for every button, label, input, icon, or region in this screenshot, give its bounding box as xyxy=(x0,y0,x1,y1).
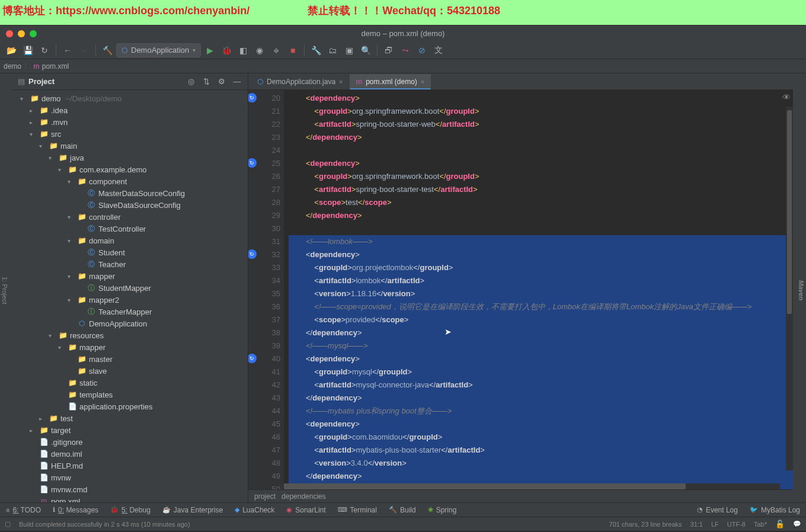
debug-tool[interactable]: 🐞5: Debug xyxy=(104,503,156,517)
tab-pomxml[interactable]: m pom.xml (demo)× xyxy=(350,74,431,89)
vertical-scrollbar[interactable] xyxy=(786,107,793,470)
tree-item[interactable]: ⒸTeacher xyxy=(14,258,248,270)
horizontal-scrollbar[interactable] xyxy=(284,483,780,489)
mybatis-log-tool[interactable]: 🐦MyBatis Log xyxy=(744,503,806,517)
crumb-project[interactable]: demo xyxy=(4,62,21,70)
tree-item[interactable]: ⒸTestController xyxy=(14,223,248,235)
close-icon[interactable]: × xyxy=(421,78,424,85)
tree-item[interactable]: 📄.gitignore xyxy=(14,436,248,448)
tree-item[interactable]: ▾📁com.example.demo xyxy=(14,164,248,175)
tree-item[interactable]: ▾📁component xyxy=(14,175,248,187)
tree-item[interactable]: ▾📁mapper xyxy=(14,270,248,282)
project-tab[interactable]: 1: Project xyxy=(0,78,9,502)
tree-item[interactable]: ⒸStudent xyxy=(14,246,248,258)
save-icon[interactable]: 💾 xyxy=(20,43,36,57)
event-log-tool[interactable]: ◔Event Log xyxy=(691,503,744,517)
stop-icon[interactable]: ■ xyxy=(285,43,300,57)
maximize-window-icon[interactable] xyxy=(30,30,37,37)
wrench-icon[interactable]: 🔧 xyxy=(308,43,324,57)
luacheck-tool[interactable]: ◆LuaCheck xyxy=(229,503,280,517)
tree-item[interactable]: ▾📁demo~/Desktop/demo xyxy=(14,92,248,104)
build-tool[interactable]: 🔨Build xyxy=(383,503,422,517)
main-toolbar: 📂 💾 ↻ ← → 🔨 ⬡ DemoApplication ▾ ▶ 🐞 ◧ ◉ … xyxy=(0,41,806,59)
debug-icon[interactable]: 🐞 xyxy=(219,43,234,57)
tree-item[interactable]: ▸📁test xyxy=(14,412,248,424)
open-file-icon[interactable]: 📂 xyxy=(4,43,19,57)
tab-demoapplication[interactable]: ⬡ DemoApplication.java× xyxy=(251,74,350,89)
crumb-file[interactable]: pom.xml xyxy=(42,62,69,70)
encoding[interactable]: UTF-8 xyxy=(727,521,746,528)
target-icon[interactable]: ◎ xyxy=(185,77,197,86)
tree-item[interactable]: 📄HELP.md xyxy=(14,460,248,472)
sonarlint-tool[interactable]: ◉SonarLint xyxy=(280,503,331,517)
tree-item[interactable]: 📁slave xyxy=(14,365,248,377)
tree-item[interactable]: mpom.xml xyxy=(14,495,248,502)
inspection-icon[interactable]: 👁 xyxy=(782,92,791,102)
forward-icon[interactable]: → xyxy=(76,43,92,57)
tree-item[interactable]: 📄demo.iml xyxy=(14,448,248,460)
hide-icon[interactable]: — xyxy=(231,77,243,86)
tree-item[interactable]: ▾📁mapper xyxy=(14,341,248,353)
messages-tool[interactable]: ℹ0: Messages xyxy=(47,503,104,517)
tree-item[interactable]: ⒾTeacherMapper xyxy=(14,306,248,318)
close-window-icon[interactable] xyxy=(6,30,13,37)
reload-icon[interactable]: ↻ xyxy=(37,43,52,57)
coverage-icon[interactable]: ◧ xyxy=(235,43,251,57)
todo-tool[interactable]: ≡6: TODO xyxy=(0,503,47,517)
build-icon[interactable]: 🔨 xyxy=(100,43,115,57)
tree-item[interactable]: 📁static xyxy=(14,377,248,389)
minimize-window-icon[interactable] xyxy=(18,30,25,37)
crumb-project[interactable]: project xyxy=(254,492,276,501)
tree-item[interactable]: 📁templates xyxy=(14,389,248,400)
tree-item[interactable]: ▾📁main xyxy=(14,140,248,152)
tree-item[interactable]: ▾📁resources xyxy=(14,329,248,341)
terminal-tool[interactable]: ⌨Terminal xyxy=(332,503,383,517)
indent[interactable]: Tab* xyxy=(754,521,767,528)
tree-item[interactable]: ⬡DemoApplication xyxy=(14,318,248,329)
chart-icon[interactable]: ⤳ xyxy=(398,43,413,57)
code-editor[interactable]: <dependency> <groupId>org.springframewor… xyxy=(284,90,793,489)
lock-icon[interactable]: 🔓 xyxy=(775,520,785,528)
tree-item[interactable]: ▾📁mapper2 xyxy=(14,294,248,306)
back-icon[interactable]: ← xyxy=(60,43,75,57)
tree-item[interactable]: ▾📁controller xyxy=(14,211,248,223)
tree-item[interactable]: ⒸSlaveDataSourceConfig xyxy=(14,199,248,211)
run-config-selector[interactable]: ⬡ DemoApplication ▾ xyxy=(116,43,201,57)
tree-item[interactable]: 📄application.properties xyxy=(14,400,248,412)
tree-item[interactable]: ⒸMasterDataSourceConfig xyxy=(14,187,248,199)
translate-icon[interactable]: 文 xyxy=(431,43,446,57)
ui-toggle-icon[interactable]: ▢ xyxy=(5,520,11,528)
javaee-tool[interactable]: ☕Java Enterprise xyxy=(156,503,229,517)
close-icon[interactable]: × xyxy=(339,78,343,85)
tree-item[interactable]: ▾📁src xyxy=(14,128,248,140)
line-gutter: ↻2021222324↻25262728293031↻3233343536373… xyxy=(248,90,284,489)
project-tree[interactable]: ▾📁demo~/Desktop/demo▸📁.idea▸📁.mvn▾📁src▾📁… xyxy=(13,90,248,502)
tree-item[interactable]: 📄mvnw xyxy=(14,472,248,483)
window-title: demo – pom.xml (demo) xyxy=(362,29,445,38)
plugin-icon[interactable]: 🗗 xyxy=(381,43,396,57)
tree-item[interactable]: 📁master xyxy=(14,353,248,365)
deny-icon[interactable]: ⊘ xyxy=(414,43,430,57)
maven-tab[interactable]: Maven xyxy=(797,78,806,502)
search-icon[interactable]: 🔍 xyxy=(358,43,373,57)
spring-tool[interactable]: ❀Spring xyxy=(422,503,463,517)
notify-icon[interactable]: 💬 xyxy=(793,520,801,528)
tree-item[interactable]: ⒾStudentMapper xyxy=(14,282,248,294)
gear-icon[interactable]: ⚙ xyxy=(216,77,228,86)
run-icon[interactable]: ▶ xyxy=(202,43,218,57)
profile-icon[interactable]: ◉ xyxy=(252,43,267,57)
tree-item[interactable]: ▾📁domain xyxy=(14,235,248,246)
line-ending[interactable]: LF xyxy=(711,521,719,528)
attach-icon[interactable]: ⎆ xyxy=(268,43,284,57)
tree-item[interactable]: 📄mvnw.cmd xyxy=(14,483,248,495)
expand-icon[interactable]: ⇅ xyxy=(200,77,212,86)
status-chars: 701 chars, 23 line breaks xyxy=(609,521,682,528)
tree-item[interactable]: ▸📁target xyxy=(14,424,248,436)
tree-item[interactable]: ▾📁java xyxy=(14,152,248,164)
lightbulb-icon[interactable]: ▣ xyxy=(341,43,357,57)
project-struct-icon[interactable]: 🗂 xyxy=(325,43,340,57)
caret-position[interactable]: 31:1 xyxy=(690,521,703,528)
tree-item[interactable]: ▸📁.idea xyxy=(14,104,248,116)
tree-item[interactable]: ▸📁.mvn xyxy=(14,116,248,128)
crumb-deps[interactable]: dependencies xyxy=(282,492,326,501)
